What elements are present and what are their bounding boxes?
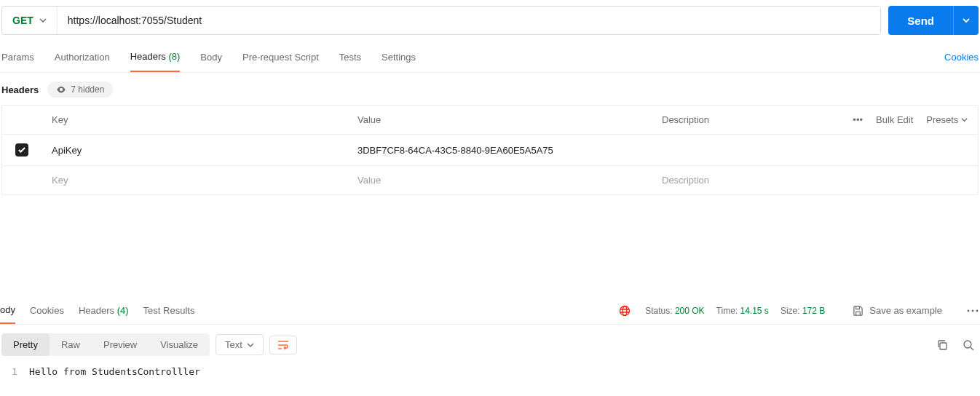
copy-icon[interactable] [932,339,952,351]
view-pretty[interactable]: Pretty [1,333,50,356]
chevron-down-icon [247,341,254,349]
eye-icon [56,84,66,95]
network-icon[interactable] [619,305,631,317]
header-key-cell[interactable]: ApiKey [42,136,347,165]
header-value-input[interactable]: Value [347,166,652,194]
http-method-select[interactable]: GET [2,7,58,34]
response-tabs: ody Cookies Headers (4) Test Results Sta… [0,297,980,325]
headers-table: Key Value Description ••• Bulk Edit Pres… [1,105,979,195]
header-value-cell[interactable]: 3DBF7CF8-64CA-43C5-8840-9EA60E5A5A75 [347,136,652,165]
url-input[interactable] [58,7,881,34]
response-view-tabs: Pretty Raw Preview Visualize [1,333,210,356]
col-key: Key [42,106,347,134]
tab-authorization[interactable]: Authorization [55,52,110,71]
send-options-button[interactable] [953,6,979,35]
svg-point-2 [968,309,970,312]
response-tab-testresults[interactable]: Test Results [143,298,195,323]
svg-point-6 [964,341,971,348]
view-visualize[interactable]: Visualize [149,333,210,356]
table-row: ApiKey 3DBF7CF8-64CA-43C5-8840-9EA60E5A5… [2,135,978,166]
svg-point-0 [620,306,630,315]
tab-headers[interactable]: Headers (8) [130,51,181,72]
http-method-label: GET [12,15,33,26]
response-status: Status: 200 OK Time: 14.15 s Size: 172 B [645,306,825,316]
row-checkbox[interactable] [15,143,28,157]
svg-point-4 [976,309,979,312]
col-description: Description [652,106,825,134]
response-body: 1 Hello from StudentsControlller [0,365,980,383]
view-preview[interactable]: Preview [92,333,149,356]
tab-params[interactable]: Params [1,52,34,71]
tab-prerequest[interactable]: Pre-request Script [242,52,319,71]
svg-point-1 [623,306,627,315]
tab-headers-label: Headers [130,51,166,62]
col-value: Value [347,106,652,134]
header-desc-cell[interactable] [652,141,825,159]
save-as-example-button[interactable]: Save as example [853,305,942,316]
tab-headers-count: (8) [168,51,180,62]
table-row-empty: Key Value Description [2,166,978,194]
format-select[interactable]: Text [216,334,264,355]
line-number: 1 [0,366,29,377]
bulk-edit-button[interactable]: Bulk Edit [876,114,913,125]
hidden-headers-label: 7 hidden [71,84,104,95]
request-bar: GET [1,6,881,35]
view-raw[interactable]: Raw [50,333,92,356]
response-tab-cookies[interactable]: Cookies [30,298,64,323]
request-tabs: Params Authorization Headers (8) Body Pr… [0,41,980,73]
cookies-link[interactable]: Cookies [944,52,979,71]
send-button[interactable]: Send [888,6,953,35]
svg-point-3 [972,309,974,312]
headers-title: Headers [1,84,39,95]
presets-button[interactable]: Presets [926,114,968,125]
response-tab-headers[interactable]: Headers (4) [79,298,129,323]
svg-rect-5 [940,343,947,349]
response-tab-body[interactable]: ody [0,297,15,324]
header-key-input[interactable]: Key [42,166,347,194]
tab-settings[interactable]: Settings [382,52,416,71]
response-more-icon[interactable] [967,309,979,312]
hidden-headers-toggle[interactable]: 7 hidden [47,82,113,98]
response-body-text: Hello from StudentsControlller [29,366,200,377]
chevron-down-icon [39,17,47,24]
wrap-lines-button[interactable] [269,336,297,355]
tab-body[interactable]: Body [200,52,222,71]
more-options-icon[interactable]: ••• [853,114,863,125]
tab-tests[interactable]: Tests [339,52,361,71]
header-desc-input[interactable]: Description [652,166,825,194]
search-icon[interactable] [958,339,979,351]
